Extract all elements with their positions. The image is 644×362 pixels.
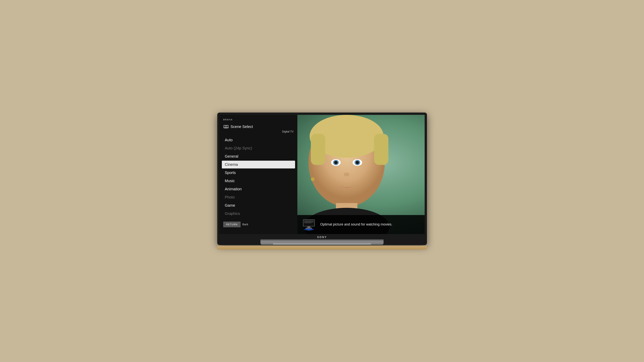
svg-rect-24 xyxy=(304,223,312,223)
svg-point-11 xyxy=(334,161,338,164)
svg-rect-23 xyxy=(304,222,314,222)
content-area: Optimal picture and sound for watching m… xyxy=(297,115,424,234)
info-bar: Optimal picture and sound for watching m… xyxy=(297,215,424,234)
menu-footer: RETURN Back xyxy=(220,218,298,230)
svg-point-15 xyxy=(344,172,350,176)
tv-stand xyxy=(260,239,384,245)
svg-rect-1 xyxy=(225,126,227,127)
menu-item-sports[interactable]: Sports xyxy=(222,169,295,177)
desk-surface xyxy=(217,246,427,250)
svg-rect-8 xyxy=(374,134,388,165)
tv-screen: BRAVIA Scene Select Digital TV xyxy=(220,115,425,234)
menu-item-cinema[interactable]: Cinema xyxy=(222,161,295,168)
svg-rect-3 xyxy=(224,128,228,128)
svg-rect-25 xyxy=(308,226,310,228)
bravia-logo: BRAVIA xyxy=(220,119,298,123)
tv-frame: BRAVIA Scene Select Digital TV xyxy=(217,113,427,245)
menu-item-general[interactable]: General xyxy=(222,152,295,160)
svg-rect-7 xyxy=(311,134,325,165)
return-button[interactable]: RETURN xyxy=(223,222,240,227)
menu-items-list: AutoAuto (24p Sync)GeneralCinemaSportsMu… xyxy=(220,136,298,218)
svg-rect-2 xyxy=(223,128,229,128)
cinema-mode-icon xyxy=(302,218,316,231)
scene-select-header: Scene Select xyxy=(220,123,298,130)
menu-item-graphics[interactable]: Graphics xyxy=(222,210,295,218)
menu-item-animation[interactable]: Animation xyxy=(222,185,295,193)
menu-item-auto24p[interactable]: Auto (24p Sync) xyxy=(222,144,295,152)
tv-brand-bar: SONY xyxy=(220,234,425,239)
tv-stand-outer xyxy=(220,239,425,245)
back-label: Back xyxy=(242,223,248,226)
scene-select-icon xyxy=(223,124,229,129)
menu-item-game[interactable]: Game xyxy=(222,202,295,209)
room-background: BRAVIA Scene Select Digital TV xyxy=(208,109,436,253)
svg-point-28 xyxy=(304,229,314,230)
tv-stand-base xyxy=(273,243,371,245)
svg-rect-21 xyxy=(304,221,314,221)
scene-select-title: Scene Select xyxy=(230,124,253,129)
sony-logo: SONY xyxy=(317,236,327,239)
menu-item-photo[interactable]: Photo xyxy=(222,193,295,201)
svg-rect-22 xyxy=(304,221,314,222)
menu-panel: BRAVIA Scene Select Digital TV xyxy=(220,115,298,234)
menu-item-music[interactable]: Music xyxy=(222,177,295,185)
cinema-icon-wrapper xyxy=(301,218,316,231)
info-description: Optimal picture and sound for watching m… xyxy=(320,222,392,227)
svg-point-18 xyxy=(311,177,315,181)
source-label: Digital TV xyxy=(220,130,298,136)
menu-item-auto[interactable]: Auto xyxy=(222,136,295,144)
svg-point-14 xyxy=(356,161,359,164)
